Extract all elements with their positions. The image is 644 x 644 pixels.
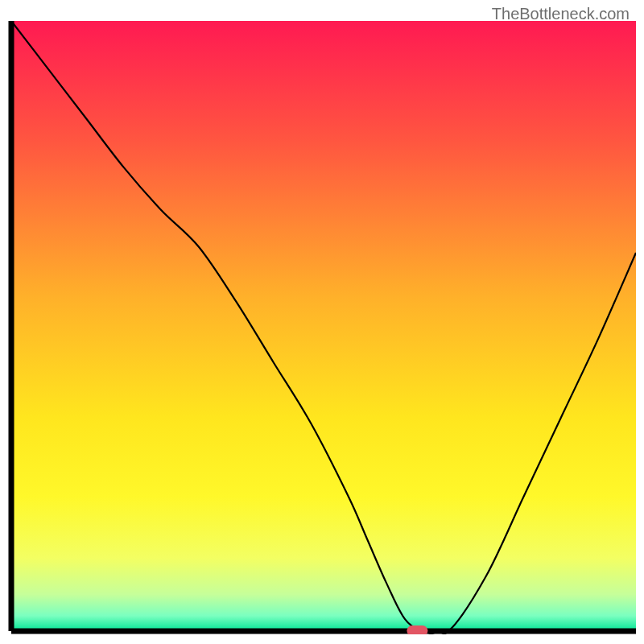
attribution-label: TheBottleneck.com — [492, 5, 630, 23]
gradient-background — [11, 21, 636, 631]
optimal-marker — [407, 625, 427, 634]
bottleneck-chart — [8, 21, 636, 634]
chart-svg — [8, 21, 636, 634]
